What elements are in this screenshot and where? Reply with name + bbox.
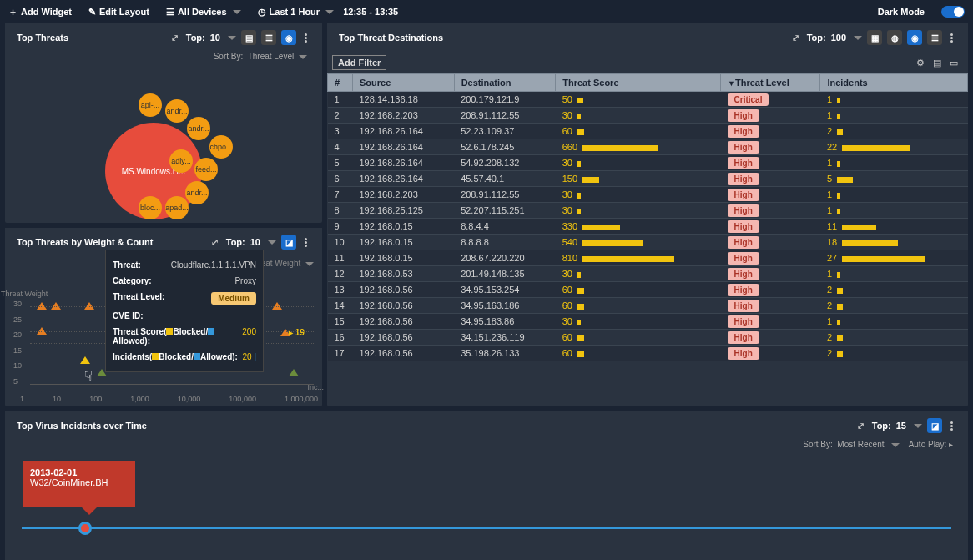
table-row[interactable]: 3192.168.26.16452.23.109.3760High2 [328,124,968,139]
devices-dropdown[interactable]: ☰All Devices [166,7,241,18]
table-row[interactable]: 16192.168.0.5634.151.236.11960High2 [328,330,968,346]
panel-title: Top Threat Destinations [339,33,443,43]
virus-timeline-panel: Top Virus Incidents over Time ⤢ Top: 15 … [5,411,968,560]
chart-tooltip: Threat:Cloudflare.1.1.1.1.VPN Category:P… [105,250,264,372]
add-widget-button[interactable]: ＋Add Widget [8,6,72,18]
table-row[interactable]: 13192.168.0.5634.95.153.25460High2 [328,282,968,298]
doc-icon[interactable]: ▤ [931,57,943,68]
chevron-down-icon[interactable] [854,36,862,40]
kebab-menu-icon[interactable] [947,421,956,431]
top-label: Top: [872,421,891,431]
table-row[interactable]: 14192.168.0.5634.95.163.18660High2 [328,298,968,314]
table-row[interactable]: 2192.168.2.203208.91.112.5530High1 [328,108,968,124]
mouse-cursor-icon: ☟ [84,368,93,384]
chevron-down-icon[interactable] [268,240,276,245]
chart-icon[interactable]: ◪ [927,418,942,433]
table-row[interactable]: 5192.168.26.16454.92.208.13230High1 [328,155,968,171]
top-value[interactable]: 10 [250,237,260,247]
col-score[interactable]: Threat Score [556,74,721,92]
list-icon[interactable]: ☰ [261,30,276,45]
bubble[interactable]: feed... [194,158,218,181]
destinations-panel: Top Threat Destinations ⤢ Top: 100 ▦ ◍ ◉… [327,23,968,406]
weight-count-panel: Top Threats by Weight & Count ⤢ Top: 10 … [5,228,322,406]
time-range-dropdown[interactable]: ◷Last 1 Hour 12:35 - 13:35 [258,7,399,18]
table-row[interactable]: 6192.168.26.16445.57.40.1150High5 [328,171,968,187]
table-row[interactable]: 9192.168.0.158.8.4.4330High11 [328,219,968,235]
chevron-down-icon[interactable] [299,55,307,59]
kebab-menu-icon[interactable] [301,238,310,247]
bubble[interactable]: chpo... [209,135,233,159]
bubble[interactable]: andr... [165,99,189,123]
list-icon[interactable]: ☰ [927,30,942,45]
bubble[interactable]: andr... [187,117,210,140]
chevron-down-icon[interactable] [914,424,922,428]
bubble[interactable]: bloc... [139,196,162,219]
pencil-icon: ✎ [88,7,96,18]
bubble-chart-icon[interactable]: ◉ [907,30,922,45]
top-toolbar: ＋Add Widget ✎Edit Layout ☰All Devices ◷L… [0,0,973,23]
table-row[interactable]: 11192.168.0.15208.67.220.220810High27 [328,250,968,266]
chart-icon[interactable]: ◪ [281,235,296,250]
dark-mode-toggle[interactable] [941,6,965,18]
kebab-menu-icon[interactable] [301,33,310,43]
sort-value[interactable]: Threat Level [248,52,295,61]
timeline-marker[interactable] [78,522,92,535]
table-row[interactable]: 15192.168.0.5634.95.183.8630High1 [328,314,968,330]
sort-value[interactable]: Most Recent [837,440,884,449]
table-row[interactable]: 1128.14.136.18200.179.121.950Critical1 [328,92,968,108]
bubble-chart-icon[interactable]: ◉ [281,30,296,45]
top-value[interactable]: 15 [896,421,906,431]
x-axis-end-label: Inc... [307,383,324,391]
panel-title: Top Threats by Weight & Count [17,237,153,247]
table-row[interactable]: 7192.168.2.203208.91.112.5530High1 [328,187,968,203]
expand-icon[interactable]: ⤢ [855,420,867,431]
sort-label: Sort By: [803,440,833,449]
col-dest[interactable]: Destination [454,74,556,92]
globe-icon[interactable]: ◍ [887,30,902,45]
destinations-table: # Source Destination Threat Score ▼Threa… [327,73,968,361]
top-value[interactable]: 10 [210,33,220,43]
clock-icon: ◷ [258,7,266,18]
col-source[interactable]: Source [353,74,455,92]
edit-layout-button[interactable]: ✎Edit Layout [88,7,149,18]
col-level[interactable]: ▼Threat Level [721,74,820,92]
chevron-down-icon [233,10,241,14]
chevron-down-icon[interactable] [228,36,236,40]
table-row[interactable]: 12192.168.0.53201.49.148.13530High1 [328,266,968,282]
dark-mode-label: Dark Mode [878,7,925,17]
table-row[interactable]: 17192.168.0.5635.198.26.13360High2 [328,346,968,361]
table-row[interactable]: 10192.168.0.158.8.8.8540High18 [328,235,968,250]
col-num[interactable]: # [328,74,353,92]
timeline-track[interactable] [22,527,951,529]
kebab-menu-icon[interactable] [947,33,956,43]
top-label: Top: [226,237,245,247]
panel-title: Top Threats [17,33,68,43]
gear-icon[interactable]: ⚙ [915,57,926,68]
chevron-down-icon[interactable] [891,443,900,447]
table-icon[interactable]: ▤ [241,30,256,45]
bubble[interactable]: andr... [185,181,209,204]
bubble-chart[interactable]: MS.Windows.H... api-... andr... andr... … [5,64,322,223]
table-row[interactable]: 8192.168.25.12552.207.115.25130High1 [328,203,968,219]
grid-icon[interactable]: ▦ [867,30,882,45]
add-filter-button[interactable]: Add Filter [332,55,386,70]
bubble[interactable]: api-... [139,93,162,117]
top-label: Top: [186,33,205,43]
bubble[interactable]: adly... [169,149,193,173]
table-row[interactable]: 4192.168.26.16452.6.178.245660High22 [328,139,968,155]
plus-icon: ＋ [8,6,18,18]
top-label: Top: [807,33,826,43]
top-threats-panel: Top Threats ⤢ Top: 10 ▤ ☰ ◉ Sort By: Thr… [5,23,322,223]
top-value[interactable]: 100 [831,33,846,43]
minimize-icon[interactable]: ▭ [948,57,960,68]
expand-icon[interactable]: ⤢ [209,236,221,248]
autoplay-toggle[interactable]: ▸ [949,440,953,449]
expand-icon[interactable]: ⤢ [790,32,802,43]
scatter-chart[interactable]: Threat Weight Threat:Cloudflare.1.1.1.1.… [5,256,322,406]
expand-icon[interactable]: ⤢ [169,32,181,43]
timeline[interactable]: 2013-02-01 W32/CoinMiner.BH [5,452,968,560]
col-incidents[interactable]: Incidents [820,74,968,92]
autoplay-label: Auto Play: [909,440,947,449]
panel-title: Top Virus Incidents over Time [17,421,147,431]
bubble[interactable]: apad... [165,196,189,219]
